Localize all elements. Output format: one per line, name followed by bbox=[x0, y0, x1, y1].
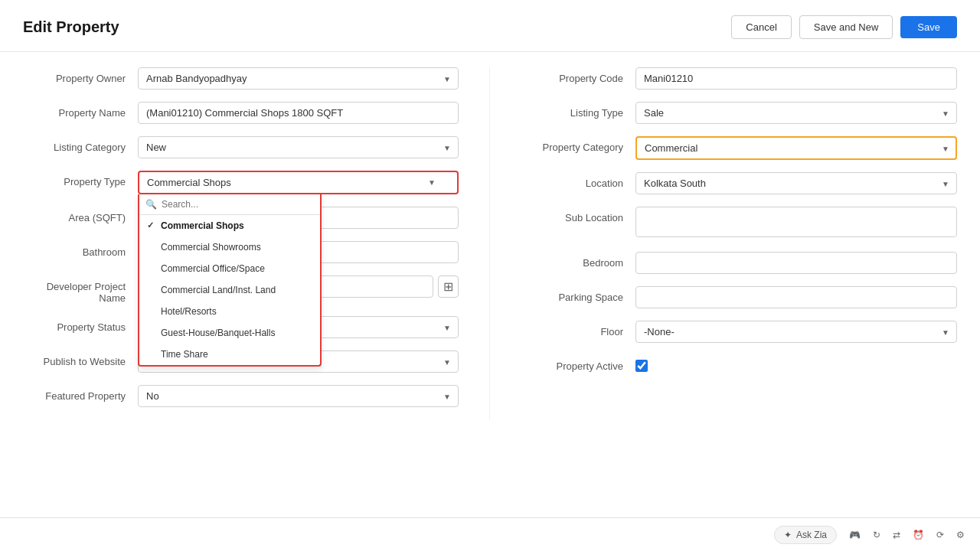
page-header: Edit Property Cancel Save and New Save bbox=[0, 0, 980, 52]
property-type-field: Commercial Shops ▼ 🔍 Commercial ShopsCom… bbox=[138, 171, 459, 194]
footer-settings-icon[interactable]: ⚙ bbox=[956, 530, 965, 540]
location-select[interactable]: Kolkata South bbox=[635, 172, 957, 194]
ask-zia-label: Ask Zia bbox=[796, 530, 827, 540]
property-owner-select[interactable]: Arnab Bandyopadhyay bbox=[138, 67, 459, 90]
area-label: Area (SQFT) bbox=[23, 207, 138, 223]
dropdown-item[interactable]: Commercial Office/Space bbox=[139, 258, 320, 279]
save-and-new-button[interactable]: Save and New bbox=[799, 15, 893, 39]
property-name-label: Property Name bbox=[23, 102, 138, 119]
footer-gamepad-icon[interactable]: 🎮 bbox=[849, 530, 861, 540]
parking-space-field bbox=[635, 286, 957, 308]
dropdown-item[interactable]: Commercial Showrooms bbox=[139, 236, 320, 258]
page-title: Edit Property bbox=[23, 18, 119, 36]
developer-project-label: Developer Project Name bbox=[23, 276, 138, 304]
property-type-label: Property Type bbox=[23, 171, 138, 187]
footer-refresh-icon[interactable]: ↻ bbox=[873, 530, 880, 540]
ask-zia-button[interactable]: ✦ Ask Zia bbox=[774, 526, 837, 544]
bedroom-field bbox=[635, 252, 957, 274]
listing-category-label: Listing Category bbox=[23, 136, 138, 153]
form-container: Property Owner Arnab Bandyopadhyay ▼ Pro… bbox=[0, 52, 980, 435]
property-code-label: Property Code bbox=[521, 67, 635, 84]
dropdown-item[interactable]: Commercial Land/Inst. Land bbox=[139, 279, 320, 301]
save-button[interactable]: Save bbox=[900, 16, 957, 38]
featured-property-select[interactable]: No bbox=[138, 385, 459, 407]
parking-space-label: Parking Space bbox=[521, 286, 635, 303]
location-row: Location Kolkata South ▼ bbox=[521, 172, 957, 194]
property-active-field bbox=[635, 355, 957, 374]
left-column: Property Owner Arnab Bandyopadhyay ▼ Pro… bbox=[23, 67, 490, 419]
listing-type-field: Sale ▼ bbox=[635, 102, 957, 124]
dropdown-item[interactable]: Time Share bbox=[139, 344, 320, 365]
listing-category-select[interactable]: New bbox=[138, 136, 459, 158]
property-code-row: Property Code bbox=[521, 67, 957, 90]
property-name-row: Property Name bbox=[23, 102, 459, 124]
property-type-dropdown: 🔍 Commercial ShopsCommercial ShowroomsCo… bbox=[138, 194, 322, 367]
property-name-field bbox=[138, 102, 459, 124]
featured-property-label: Featured Property bbox=[23, 385, 138, 402]
dropdown-list: Commercial ShopsCommercial ShowroomsComm… bbox=[139, 215, 320, 365]
dropdown-search-input[interactable] bbox=[162, 199, 314, 210]
property-code-field bbox=[635, 67, 957, 90]
footer-alarm-icon[interactable]: ⏰ bbox=[913, 530, 924, 540]
sub-location-field bbox=[635, 207, 957, 240]
property-category-field: Commercial ▼ bbox=[635, 136, 957, 160]
featured-property-field: No ▼ bbox=[138, 385, 459, 407]
sub-location-label: Sub Location bbox=[521, 207, 635, 223]
property-category-row: Property Category Commercial ▼ bbox=[521, 136, 957, 160]
dropdown-item[interactable]: Commercial Shops bbox=[139, 215, 320, 236]
floor-label: Floor bbox=[521, 321, 635, 337]
listing-category-field: New ▼ bbox=[138, 136, 459, 158]
sub-location-row: Sub Location bbox=[521, 207, 957, 240]
dropdown-item[interactable]: Hotel/Resorts bbox=[139, 301, 320, 322]
property-category-label: Property Category bbox=[521, 136, 635, 153]
bedroom-row: Bedroom bbox=[521, 252, 957, 274]
listing-category-row: Listing Category New ▼ bbox=[23, 136, 459, 158]
bathroom-label: Bathroom bbox=[23, 241, 138, 258]
property-owner-label: Property Owner bbox=[23, 67, 138, 84]
dropdown-search-bar: 🔍 bbox=[139, 194, 320, 215]
developer-project-grid-icon[interactable]: ⊞ bbox=[438, 276, 459, 298]
property-type-arrow-icon: ▼ bbox=[428, 178, 436, 187]
publish-website-label: Publish to Website bbox=[23, 350, 138, 367]
ask-zia-icon: ✦ bbox=[784, 530, 792, 540]
dropdown-item[interactable]: Guest-House/Banquet-Halls bbox=[139, 322, 320, 344]
property-type-select-box[interactable]: Commercial Shops ▼ bbox=[138, 171, 459, 194]
footer: ✦ Ask Zia 🎮 ↻ ⇄ ⏰ ⟳ ⚙ bbox=[0, 517, 980, 551]
property-type-value: Commercial Shops bbox=[147, 177, 231, 188]
property-code-input[interactable] bbox=[635, 67, 957, 90]
listing-type-label: Listing Type bbox=[521, 102, 635, 119]
location-field: Kolkata South ▼ bbox=[635, 172, 957, 194]
floor-row: Floor -None- ▼ bbox=[521, 321, 957, 343]
listing-type-select[interactable]: Sale bbox=[635, 102, 957, 124]
right-column: Property Code Listing Type Sale ▼ Proper… bbox=[490, 67, 957, 419]
floor-field: -None- ▼ bbox=[635, 321, 957, 343]
featured-property-row: Featured Property No ▼ bbox=[23, 385, 459, 407]
property-owner-row: Property Owner Arnab Bandyopadhyay ▼ bbox=[23, 67, 459, 90]
floor-select[interactable]: -None- bbox=[635, 321, 957, 343]
listing-type-row: Listing Type Sale ▼ bbox=[521, 102, 957, 124]
parking-space-row: Parking Space bbox=[521, 286, 957, 308]
property-active-row: Property Active bbox=[521, 355, 957, 374]
property-active-label: Property Active bbox=[521, 355, 635, 372]
property-owner-field: Arnab Bandyopadhyay ▼ bbox=[138, 67, 459, 90]
parking-space-input[interactable] bbox=[635, 286, 957, 308]
header-actions: Cancel Save and New Save bbox=[731, 15, 957, 39]
property-category-select[interactable]: Commercial bbox=[635, 136, 957, 160]
sub-location-textarea[interactable] bbox=[635, 207, 957, 237]
bedroom-label: Bedroom bbox=[521, 252, 635, 269]
cancel-button[interactable]: Cancel bbox=[731, 15, 791, 39]
footer-exchange-icon[interactable]: ⇄ bbox=[893, 530, 900, 540]
property-status-label: Property Status bbox=[23, 316, 138, 333]
property-name-input[interactable] bbox=[138, 102, 459, 124]
bedroom-input[interactable] bbox=[635, 252, 957, 274]
property-active-checkbox[interactable] bbox=[635, 360, 648, 372]
search-icon: 🔍 bbox=[145, 199, 157, 210]
location-label: Location bbox=[521, 172, 635, 189]
property-type-row: Property Type Commercial Shops ▼ 🔍 Comme… bbox=[23, 171, 459, 194]
footer-history-icon[interactable]: ⟳ bbox=[936, 530, 944, 540]
